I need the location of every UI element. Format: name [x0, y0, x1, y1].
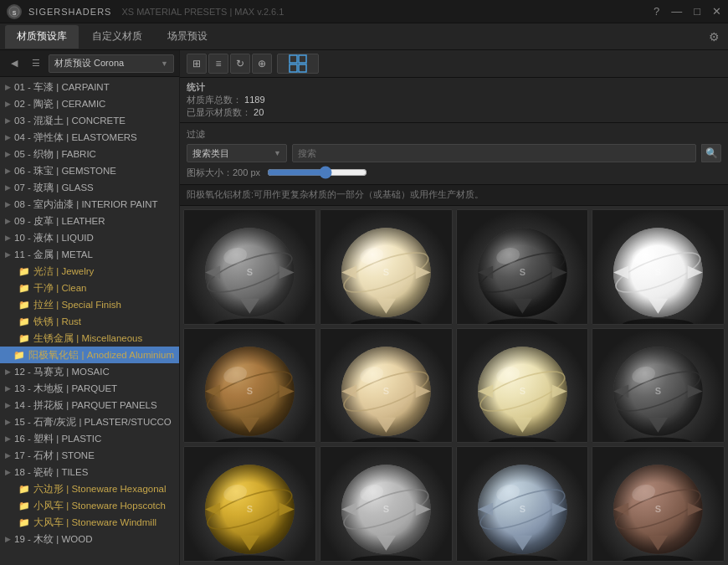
sidebar-item-interior-paint[interactable]: ▶08 - 室内油漆 | INTERIOR PAINT	[0, 196, 179, 213]
stats-section: 统计 材质库总数： 1189 已显示材质数： 20	[187, 81, 265, 119]
sidebar-item-elastomers[interactable]: ▶04 - 弹性体 | ELASTOMERS	[0, 129, 179, 146]
sidebar-item-liquid[interactable]: ▶10 - 液体 | LIQUID	[0, 229, 179, 246]
material-item-anthracite-grey[interactable]: S Anodized AL Anthracite Grey	[183, 209, 316, 325]
material-item-bronze[interactable]: S Anodized AL Bronze	[183, 328, 316, 444]
material-thumbnail-dark-grey: S	[592, 329, 724, 444]
svg-text:S: S	[247, 505, 253, 515]
grid-view-button[interactable]: ⊞	[187, 54, 207, 74]
sidebar-item-carpaint[interactable]: ▶01 - 车漆 | CARPAINT	[0, 79, 179, 95]
sidebar-back-button[interactable]: ◀	[5, 54, 23, 73]
sidebar-item-concrete[interactable]: ▶03 - 混凝土 | CONCRETE	[0, 112, 179, 129]
sidebar-item-metal[interactable]: ▶11 - 金属 | METAL	[0, 246, 179, 263]
material-item-dark-grey[interactable]: S Anodized AL Dark Grey	[592, 328, 725, 444]
material-thumbnail-grev-blue: S	[457, 447, 588, 562]
tab-custom-materials[interactable]: 自定义材质	[80, 25, 154, 49]
svg-rect-3	[299, 55, 306, 63]
list-view-button[interactable]: ≡	[208, 54, 228, 74]
sidebar-item-leather[interactable]: ▶09 - 皮革 | LEATHER	[0, 213, 179, 229]
sidebar-item-parquet-panels[interactable]: ▶14 - 拼花板 | PARQUET PANELS	[0, 397, 179, 413]
material-item-grev-blue[interactable]: S Anodized AL Grev Blue	[456, 446, 589, 562]
add-button[interactable]: ⊕	[252, 54, 272, 74]
svg-text:S: S	[519, 386, 525, 396]
svg-text:S: S	[247, 386, 253, 396]
material-grid: S Anodized AL Anthracite Grey	[180, 206, 728, 565]
material-item-gold[interactable]: S Anodized AL Gold	[183, 446, 316, 562]
sidebar-item-tiles[interactable]: ▶18 - 瓷砖 | TILES	[0, 464, 179, 480]
size-slider-row: 图标大小：200 px	[187, 166, 721, 179]
sidebar-item-gemstone[interactable]: ▶06 - 珠宝 | GEMSTONE	[0, 162, 179, 179]
filter-label: 过滤	[187, 128, 721, 141]
sidebar-item-plaster[interactable]: ▶15 - 石膏/灰泥 | PLASTER/STUCCO	[0, 413, 179, 430]
title-bar: S SIGERSHADERS XS MATERIAL PRESETS | MAX…	[0, 0, 728, 23]
material-thumbnail-gold: S	[184, 447, 315, 562]
content-controls: ⊞ ≡ ↻ ⊕	[180, 50, 728, 78]
sidebar-item-special-finish[interactable]: 📁拉丝 | Special Finish	[0, 296, 179, 313]
toolbar-buttons: ⊞ ≡ ↻ ⊕	[187, 54, 272, 74]
sidebar-item-glass[interactable]: ▶07 - 玻璃 | GLASS	[0, 179, 179, 196]
svg-text:S: S	[655, 505, 661, 515]
content-right: ⊞ ≡ ↻ ⊕ 统计 材质库总数： 1189	[180, 50, 728, 565]
material-item-black[interactable]: S Anodized AL Black	[456, 209, 589, 325]
close-button[interactable]: ✕	[712, 6, 721, 17]
material-item-brilliant[interactable]: S Anodized AL Brilliant	[592, 209, 725, 325]
app-title: SIGERSHADERS	[28, 7, 111, 17]
svg-text:S: S	[382, 267, 388, 277]
preset-dropdown[interactable]: 材质预设 Corona ▼	[49, 54, 174, 73]
search-box	[292, 144, 696, 162]
sidebar-item-miscellaneous[interactable]: 📁生锈金属 | Miscellaneous	[0, 330, 179, 347]
sidebar-item-stoneware-hex[interactable]: 📁六边形 | Stoneware Hexagonal	[0, 480, 179, 497]
tab-material-presets[interactable]: 材质预设库	[5, 25, 79, 49]
sidebar-item-clean[interactable]: 📁干净 | Clean	[0, 280, 179, 296]
app-subtitle: XS MATERIAL PRESETS | MAX v.2.6.1	[121, 7, 284, 17]
sidebar-item-jewelry[interactable]: 📁光洁 | Jewelry	[0, 263, 179, 280]
sidebar-item-wood[interactable]: ▶19 - 木纹 | WOOD	[0, 531, 179, 547]
sidebar-item-fabric[interactable]: ▶05 - 织物 | FABRIC	[0, 146, 179, 162]
material-thumbnail-grev: S	[320, 447, 452, 562]
sidebar-item-parquet[interactable]: ▶13 - 木地板 | PARQUET	[0, 380, 179, 397]
sidebar-item-anodized-al[interactable]: 📁阳极氧化铝 | Anodized Aluminium	[0, 347, 179, 363]
material-thumbnail-brilliant: S	[592, 210, 724, 325]
sidebar: ◀ ☰ 材质预设 Corona ▼ ▶01 - 车漆 | CARPAINT▶02…	[0, 50, 180, 565]
material-item-beige[interactable]: S Anodized AL Beige	[320, 209, 453, 325]
svg-rect-2	[290, 55, 297, 63]
sidebar-tree: ▶01 - 车漆 | CARPAINT▶02 - 陶瓷 | CERAMIC▶03…	[0, 77, 179, 565]
material-item-grev-brown[interactable]: S Anodized AL Grev Brown	[592, 446, 725, 562]
sidebar-item-plastic[interactable]: ▶16 - 塑料 | PLASTIC	[0, 430, 179, 447]
svg-rect-4	[290, 64, 297, 72]
title-bar-left: S SIGERSHADERS XS MATERIAL PRESETS | MAX…	[7, 4, 284, 19]
search-button[interactable]: 🔍	[701, 144, 721, 162]
shown-stat: 已显示材质数： 20	[187, 107, 264, 117]
filter-type-select[interactable]: 搜索类目 ▼	[187, 144, 287, 162]
material-thumbnail-bronze: S	[184, 329, 315, 444]
settings-gear-button[interactable]: ⚙	[705, 27, 723, 47]
material-thumbnail-black: S	[457, 210, 588, 325]
minimize-button[interactable]: —	[671, 6, 682, 17]
sidebar-item-stoneware-wind[interactable]: 📁大风车 | Stoneware Windmill	[0, 514, 179, 531]
material-item-grev[interactable]: S Anodized AL Grev	[320, 446, 453, 562]
app-logo: S	[7, 4, 22, 19]
material-item-champagne[interactable]: S Anodized AL Champagne	[320, 328, 453, 444]
view-mode-toggle[interactable]	[277, 54, 319, 74]
sidebar-item-stone[interactable]: ▶17 - 石材 | STONE	[0, 447, 179, 464]
filter-controls: 搜索类目 ▼ 🔍	[187, 144, 721, 162]
material-item-cream[interactable]: S Anodized AL Cream	[456, 328, 589, 444]
sidebar-item-stoneware-hop[interactable]: 📁小风车 | Stoneware Hopscotch	[0, 497, 179, 514]
icon-size-slider[interactable]	[267, 166, 367, 179]
tab-scene-presets[interactable]: 场景预设	[156, 25, 219, 49]
tab-bar: 材质预设库 自定义材质 场景预设 ⚙	[0, 23, 728, 50]
refresh-button[interactable]: ↻	[230, 54, 250, 74]
main-layout: ◀ ☰ 材质预设 Corona ▼ ▶01 - 车漆 | CARPAINT▶02…	[0, 50, 728, 565]
sidebar-list-button[interactable]: ☰	[27, 54, 45, 73]
svg-text:S: S	[655, 386, 661, 396]
maximize-button[interactable]: □	[694, 6, 700, 17]
svg-text:S: S	[13, 9, 17, 15]
svg-text:S: S	[382, 505, 388, 515]
search-input[interactable]	[298, 148, 690, 158]
sidebar-item-ceramic[interactable]: ▶02 - 陶瓷 | CERAMIC	[0, 95, 179, 112]
svg-text:S: S	[247, 267, 253, 277]
help-button[interactable]: ?	[654, 6, 659, 17]
title-bar-controls: ? — □ ✕	[654, 6, 721, 17]
sidebar-item-mosaic[interactable]: ▶12 - 马赛克 | MOSAIC	[0, 363, 179, 380]
sidebar-item-rust[interactable]: 📁铁锈 | Rust	[0, 313, 179, 330]
info-bar: 阳极氧化铝材质:可用作更复杂材质的一部分（或基础）或用作生产材质。	[180, 185, 728, 206]
